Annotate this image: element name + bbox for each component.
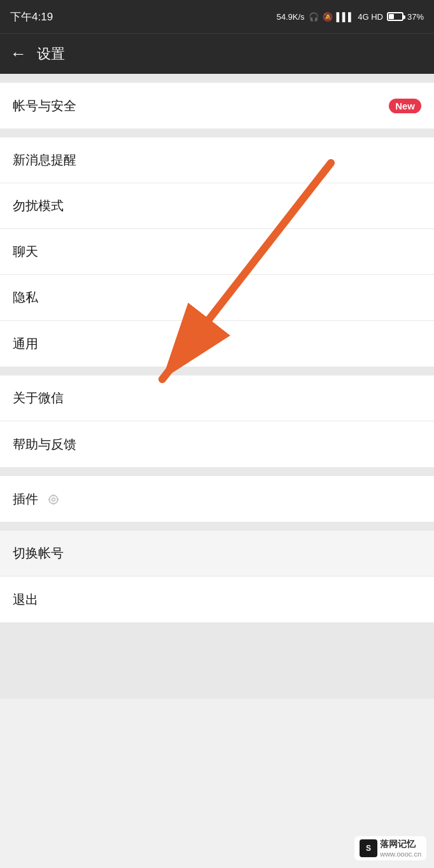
divider-5	[0, 522, 434, 531]
menu-item-label-logout: 退出	[13, 591, 421, 608]
menu-item-new-message[interactable]: 新消息提醒	[0, 137, 434, 183]
watermark-text-area: 落网记忆 www.oooc.cn	[380, 839, 421, 858]
watermark-logo-svg: S	[362, 842, 375, 855]
back-button[interactable]: ←	[10, 44, 27, 64]
divider-2	[0, 129, 434, 137]
menu-group-5: 切换帐号 退出	[0, 531, 434, 622]
watermark-site-name: 落网记忆	[380, 839, 421, 850]
menu-group-3: 关于微信 帮助与反馈	[0, 375, 434, 467]
watermark: S 落网记忆 www.oooc.cn	[354, 836, 426, 860]
watermark-url: www.oooc.cn	[380, 850, 421, 858]
headphone-icon: 🎧	[309, 12, 319, 22]
menu-item-dnd-mode[interactable]: 勿扰模式	[0, 183, 434, 229]
menu-item-switch-account[interactable]: 切换帐号	[0, 531, 434, 577]
divider-4	[0, 467, 434, 476]
signal-icon: ▌▌▌	[337, 12, 354, 22]
menu-item-label-switch-account: 切换帐号	[13, 545, 421, 562]
content-area: 帐号与安全 New 新消息提醒 勿扰模式 聊天 隐私 通用 关于微信 帮助与反馈	[0, 74, 434, 622]
svg-text:S: S	[366, 844, 371, 853]
network-type: 4G HD	[358, 12, 383, 22]
svg-point-2	[49, 496, 57, 504]
watermark-logo: S	[360, 839, 377, 857]
new-badge: New	[389, 99, 421, 113]
menu-item-about-wechat[interactable]: 关于微信	[0, 375, 434, 421]
network-speed: 54.9K/s	[277, 12, 305, 22]
mute-icon: 🔕	[323, 12, 333, 22]
battery-percent: 37%	[407, 12, 424, 22]
menu-item-label-help-feedback: 帮助与反馈	[13, 436, 421, 453]
divider-top	[0, 74, 434, 83]
menu-group-1: 帐号与安全 New	[0, 83, 434, 129]
battery-icon	[387, 12, 403, 21]
plugin-icon	[47, 493, 60, 506]
menu-item-privacy[interactable]: 隐私	[0, 275, 434, 321]
svg-point-3	[52, 498, 55, 501]
menu-item-label-privacy: 隐私	[13, 289, 421, 306]
menu-item-plugins[interactable]: 插件	[0, 476, 434, 522]
status-time: 下午4:19	[10, 10, 53, 24]
menu-group-4: 插件	[0, 476, 434, 522]
menu-item-label-general: 通用	[13, 335, 421, 353]
menu-item-logout[interactable]: 退出	[0, 577, 434, 622]
menu-item-label-account-security: 帐号与安全	[13, 97, 382, 115]
divider-3	[0, 367, 434, 375]
menu-item-chat[interactable]: 聊天	[0, 229, 434, 275]
status-bar: 下午4:19 54.9K/s 🎧 🔕 ▌▌▌ 4G HD 37%	[0, 0, 434, 33]
menu-item-label-dnd-mode: 勿扰模式	[13, 197, 421, 214]
page-title: 设置	[37, 45, 65, 64]
menu-item-label-new-message: 新消息提醒	[13, 151, 421, 169]
menu-item-help-feedback[interactable]: 帮助与反馈	[0, 421, 434, 467]
menu-item-label-plugins: 插件	[13, 491, 421, 508]
menu-item-label-about-wechat: 关于微信	[13, 389, 421, 407]
menu-item-general[interactable]: 通用	[0, 321, 434, 367]
bottom-gray-area	[0, 622, 434, 699]
status-right: 54.9K/s 🎧 🔕 ▌▌▌ 4G HD 37%	[277, 12, 424, 22]
menu-group-2: 新消息提醒 勿扰模式 聊天 隐私 通用	[0, 137, 434, 367]
title-bar: ← 设置	[0, 33, 434, 74]
menu-item-account-security[interactable]: 帐号与安全 New	[0, 83, 434, 129]
menu-item-label-chat: 聊天	[13, 243, 421, 260]
